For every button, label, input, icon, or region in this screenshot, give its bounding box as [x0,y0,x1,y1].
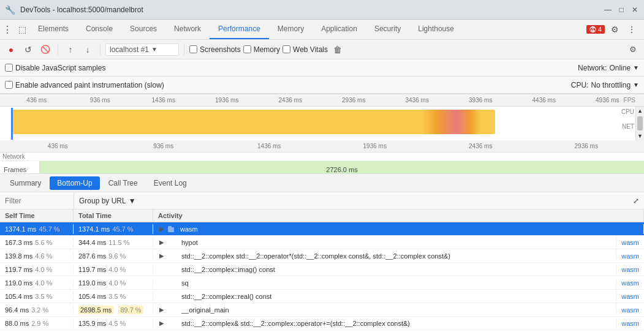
tab-console[interactable]: Console [77,20,121,39]
total-time-value: 135.9 ms [78,320,106,327]
total-pct: 9.6 % [108,252,126,260]
webvitals-checkbox[interactable]: Web Vitals [282,45,328,54]
enable-paint-check[interactable] [5,81,13,89]
td-link[interactable]: wasm [616,238,644,247]
screenshots-check[interactable] [189,45,197,53]
memory-check[interactable] [243,45,251,53]
record-button[interactable]: ● [4,42,18,57]
expand-icon[interactable]: ▶ [158,239,165,246]
url-bar[interactable]: localhost #1 ▼ [105,43,179,56]
scroll-thumb [637,116,643,130]
td-link[interactable]: wasm [616,292,644,301]
table-row[interactable]: 88.0 ms2.9 %135.9 ms4.5 %▶std::__2::comp… [0,317,644,330]
close-button[interactable]: ✕ [631,6,639,14]
url-arrow: ▼ [151,46,157,53]
expand-icon[interactable]: ▶ [158,225,165,233]
group-by-select[interactable]: Group by URL ▼ [74,197,141,205]
minimize-button[interactable]: — [604,6,612,14]
activity-name: std::__2::complex& std::__2::complex::op… [181,320,410,327]
maximize-button[interactable]: □ [617,6,626,14]
th-activity[interactable]: Activity [153,209,644,222]
expand-icon[interactable]: ▶ [158,252,165,260]
total-time-value: 119.7 ms [78,266,106,273]
td-self-time: 88.0 ms2.9 % [0,319,74,328]
table-row[interactable]: 1374.1 ms45.7 %1374.1 ms45.7 %▶wasm [0,222,644,236]
td-activity: std::__2::complex::real() const [153,292,616,301]
tab-event-log[interactable]: Event Log [146,176,194,190]
table-row[interactable]: 105.4 ms3.5 %105.4 ms3.5 %std::__2::comp… [0,290,644,303]
scroll-up[interactable]: ▲ [636,107,644,115]
scroll-down[interactable]: ▼ [636,132,644,140]
tab-call-tree[interactable]: Call Tree [101,176,145,190]
activity-name: sq [181,279,189,287]
network-select[interactable]: Network: Online ▼ [578,64,639,72]
tab-network[interactable]: Network [165,20,210,39]
right-labels: CPU NET [621,108,634,131]
clear-button[interactable]: 🚫 [38,42,53,57]
settings-button[interactable]: ⚙ [607,22,622,37]
webvitals-check[interactable] [282,45,290,53]
toolbar-right: ⚙ [626,42,640,57]
url-text: localhost #1 [110,45,149,54]
screenshots-checkbox[interactable]: Screenshots [189,45,241,54]
collapse-button[interactable]: ⤢ [633,197,639,205]
bottom-tabs: Summary Bottom-Up Call Tree Event Log [0,174,644,192]
table-row[interactable]: 167.3 ms5.6 %344.4 ms11.5 %▶hypotwasm [0,236,644,249]
td-activity: ▶__original_main [153,305,616,315]
wasm-link[interactable]: wasm [621,306,639,314]
self-pct: 2.9 % [31,320,48,327]
cpu-select[interactable]: CPU: No throttling ▼ [571,81,639,89]
expand-icon[interactable]: ▶ [158,320,165,327]
wasm-link[interactable]: wasm [621,239,639,246]
wasm-link[interactable]: wasm [621,252,639,260]
table-row[interactable]: 96.4 ms3.2 %2698.5 ms89.7 %▶__original_m… [0,303,644,317]
memory-checkbox[interactable]: Memory [243,45,280,54]
td-link[interactable]: wasm [616,319,644,328]
self-pct: 4.0 % [35,279,52,287]
wasm-link[interactable]: wasm [621,320,639,327]
capture-settings-button[interactable]: ⚙ [626,42,640,57]
expand-icon[interactable]: ▶ [158,306,165,314]
timeline-marker-start [11,108,13,140]
wasm-link[interactable]: wasm [621,279,639,287]
refresh-record-button[interactable]: ↺ [21,42,36,57]
td-link[interactable]: wasm [616,278,644,288]
table-row[interactable]: 119.0 ms4.0 %119.0 ms4.0 %sqwasm [0,276,644,290]
total-time-value: 119.0 ms [78,279,106,287]
th-self-time[interactable]: Self Time [0,209,74,222]
options-row: Disable JavaScript samples Network: Onli… [0,59,644,77]
filter-input[interactable] [0,197,74,205]
more-button[interactable]: ⋮ [624,22,639,37]
tab-memory[interactable]: Memory [269,20,313,39]
devtools-icon: 🔧 [5,5,15,15]
filter-row: Group by URL ▼ ⤢ [0,192,644,209]
activity-name: std::__2::complex::imag() const [181,266,275,273]
tab-bottom-up[interactable]: Bottom-Up [50,176,99,190]
td-link[interactable]: wasm [616,251,644,261]
inspect-button[interactable]: ⬚ [15,22,29,37]
wasm-link[interactable]: wasm [621,293,639,300]
tab-lighthouse[interactable]: Lighthouse [409,20,463,39]
upload-button[interactable]: ↑ [63,42,78,57]
charts-area: ▲ ▼ [0,107,644,140]
download-button[interactable]: ↓ [80,42,95,57]
tab-performance[interactable]: Performance [210,20,269,39]
wasm-link[interactable]: wasm [621,266,639,273]
trash-button[interactable]: 🗑 [330,42,345,57]
th-total-time[interactable]: Total Time [74,209,153,222]
disable-js-label[interactable]: Disable JavaScript samples [5,64,105,72]
devtools-menu-button[interactable]: ⋮ [0,22,15,37]
tab-security[interactable]: Security [366,20,409,39]
table-row[interactable]: 119.7 ms4.0 %119.7 ms4.0 %std::__2::comp… [0,263,644,276]
table-row[interactable]: 139.8 ms4.6 %287.6 ms9.6 %▶std::__2::com… [0,249,644,263]
disable-js-check[interactable] [5,64,13,72]
tab-elements[interactable]: Elements [29,20,77,39]
tab-application[interactable]: Application [313,20,366,39]
self-time-value: 119.0 ms [5,279,32,287]
enable-paint-label[interactable]: Enable advanced paint instrumentation (s… [5,81,164,89]
tab-sources[interactable]: Sources [121,20,165,39]
ruler-mark: 936 ms [69,97,132,104]
tab-summary[interactable]: Summary [2,176,48,190]
td-link[interactable]: wasm [616,305,644,315]
td-link[interactable]: wasm [616,265,644,274]
